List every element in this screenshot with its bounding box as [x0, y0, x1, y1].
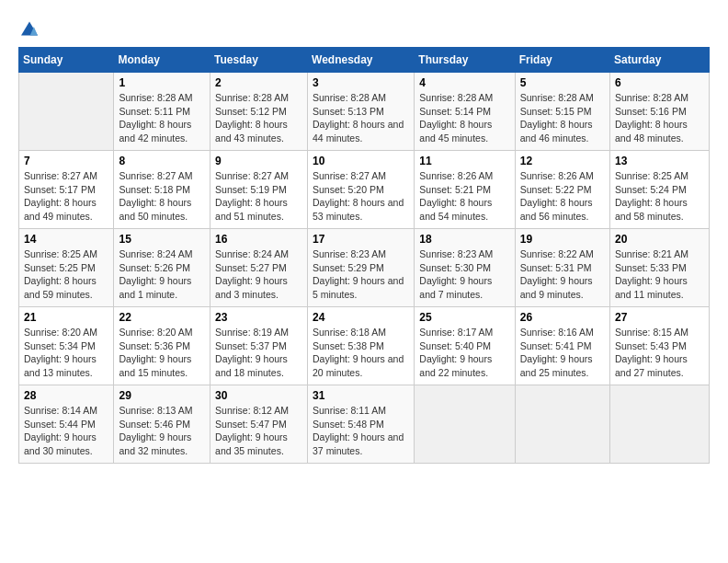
calendar-week-row: 1Sunrise: 8:28 AMSunset: 5:11 PMDaylight…	[19, 73, 710, 151]
sunset-text: Sunset: 5:33 PM	[615, 261, 704, 275]
daylight-text: Daylight: 8 hours and 53 minutes.	[313, 196, 409, 223]
daylight-text: Daylight: 9 hours and 9 minutes.	[520, 274, 605, 301]
sunrise-text: Sunrise: 8:28 AM	[615, 91, 704, 105]
calendar-cell: 8Sunrise: 8:27 AMSunset: 5:18 PMDaylight…	[114, 151, 210, 229]
calendar-week-row: 7Sunrise: 8:27 AMSunset: 5:17 PMDaylight…	[19, 151, 710, 229]
day-number: 2	[215, 76, 302, 89]
sunset-text: Sunset: 5:19 PM	[215, 183, 302, 197]
weekday-header-thursday: Thursday	[415, 48, 515, 73]
daylight-text: Daylight: 8 hours and 46 minutes.	[520, 118, 605, 144]
calendar-cell: 19Sunrise: 8:22 AMSunset: 5:31 PMDayligh…	[515, 229, 609, 307]
sunrise-text: Sunrise: 8:19 AM	[215, 326, 302, 339]
sunset-text: Sunset: 5:18 PM	[119, 183, 205, 197]
calendar-cell: 21Sunrise: 8:20 AMSunset: 5:34 PMDayligh…	[19, 307, 114, 385]
day-number: 24	[313, 311, 409, 324]
sunrise-text: Sunrise: 8:20 AM	[24, 326, 108, 339]
sunset-text: Sunset: 5:29 PM	[313, 261, 409, 275]
day-info: Sunrise: 8:22 AMSunset: 5:31 PMDaylight:…	[520, 247, 605, 302]
sunset-text: Sunset: 5:15 PM	[520, 105, 605, 119]
day-number: 20	[615, 233, 704, 246]
daylight-text: Daylight: 9 hours and 30 minutes.	[24, 431, 108, 457]
day-number: 14	[24, 233, 108, 246]
day-info: Sunrise: 8:23 AMSunset: 5:30 PMDaylight:…	[419, 247, 509, 302]
sunrise-text: Sunrise: 8:27 AM	[313, 169, 409, 183]
calendar-cell	[415, 385, 515, 464]
daylight-text: Daylight: 9 hours and 1 minute.	[119, 274, 205, 301]
day-number: 5	[520, 76, 605, 89]
day-number: 7	[24, 155, 108, 167]
sunrise-text: Sunrise: 8:28 AM	[215, 91, 302, 105]
calendar-week-row: 14Sunrise: 8:25 AMSunset: 5:25 PMDayligh…	[19, 229, 710, 307]
calendar-cell: 25Sunrise: 8:17 AMSunset: 5:40 PMDayligh…	[415, 307, 515, 385]
sunrise-text: Sunrise: 8:24 AM	[215, 247, 302, 261]
calendar-cell: 13Sunrise: 8:25 AMSunset: 5:24 PMDayligh…	[610, 151, 710, 229]
sunset-text: Sunset: 5:13 PM	[313, 105, 409, 119]
calendar-cell: 29Sunrise: 8:13 AMSunset: 5:46 PMDayligh…	[114, 385, 210, 464]
sunset-text: Sunset: 5:43 PM	[615, 339, 704, 353]
sunrise-text: Sunrise: 8:26 AM	[419, 169, 509, 183]
day-number: 15	[119, 233, 205, 246]
day-info: Sunrise: 8:12 AMSunset: 5:47 PMDaylight:…	[215, 404, 302, 458]
weekday-header-monday: Monday	[114, 48, 210, 73]
sunset-text: Sunset: 5:30 PM	[419, 261, 509, 275]
sunrise-text: Sunrise: 8:23 AM	[313, 247, 409, 261]
day-info: Sunrise: 8:28 AMSunset: 5:12 PMDaylight:…	[215, 91, 302, 145]
logo	[18, 18, 44, 38]
sunset-text: Sunset: 5:12 PM	[215, 105, 302, 119]
day-info: Sunrise: 8:28 AMSunset: 5:16 PMDaylight:…	[615, 91, 704, 145]
sunset-text: Sunset: 5:11 PM	[119, 105, 205, 119]
day-number: 29	[119, 389, 205, 402]
calendar-cell: 5Sunrise: 8:28 AMSunset: 5:15 PMDaylight…	[515, 73, 609, 151]
sunset-text: Sunset: 5:38 PM	[313, 339, 409, 353]
day-info: Sunrise: 8:27 AMSunset: 5:20 PMDaylight:…	[313, 169, 409, 224]
calendar-cell: 4Sunrise: 8:28 AMSunset: 5:14 PMDaylight…	[415, 73, 515, 151]
calendar-cell: 7Sunrise: 8:27 AMSunset: 5:17 PMDaylight…	[19, 151, 114, 229]
daylight-text: Daylight: 8 hours and 51 minutes.	[215, 196, 302, 223]
calendar-cell: 6Sunrise: 8:28 AMSunset: 5:16 PMDaylight…	[610, 73, 710, 151]
sunrise-text: Sunrise: 8:20 AM	[119, 326, 205, 339]
weekday-header-wednesday: Wednesday	[308, 48, 415, 73]
sunset-text: Sunset: 5:44 PM	[24, 418, 108, 431]
day-number: 4	[419, 76, 509, 89]
day-info: Sunrise: 8:27 AMSunset: 5:19 PMDaylight:…	[215, 169, 302, 224]
day-info: Sunrise: 8:25 AMSunset: 5:25 PMDaylight:…	[24, 247, 108, 302]
calendar-cell: 30Sunrise: 8:12 AMSunset: 5:47 PMDayligh…	[210, 385, 308, 464]
day-info: Sunrise: 8:13 AMSunset: 5:46 PMDaylight:…	[119, 404, 205, 458]
calendar-cell	[610, 385, 710, 464]
sunset-text: Sunset: 5:48 PM	[313, 418, 409, 431]
day-info: Sunrise: 8:16 AMSunset: 5:41 PMDaylight:…	[520, 326, 605, 380]
daylight-text: Daylight: 8 hours and 50 minutes.	[119, 196, 205, 223]
day-number: 22	[119, 311, 205, 324]
day-info: Sunrise: 8:25 AMSunset: 5:24 PMDaylight:…	[615, 169, 704, 224]
daylight-text: Daylight: 9 hours and 13 minutes.	[24, 352, 108, 379]
day-number: 6	[615, 76, 704, 89]
daylight-text: Daylight: 9 hours and 15 minutes.	[119, 352, 205, 379]
daylight-text: Daylight: 9 hours and 27 minutes.	[615, 352, 704, 379]
calendar-cell: 22Sunrise: 8:20 AMSunset: 5:36 PMDayligh…	[114, 307, 210, 385]
sunrise-text: Sunrise: 8:27 AM	[215, 169, 302, 183]
sunrise-text: Sunrise: 8:28 AM	[520, 91, 605, 105]
calendar-cell: 23Sunrise: 8:19 AMSunset: 5:37 PMDayligh…	[210, 307, 308, 385]
sunrise-text: Sunrise: 8:21 AM	[615, 247, 704, 261]
day-number: 17	[313, 233, 409, 246]
daylight-text: Daylight: 8 hours and 45 minutes.	[419, 118, 509, 144]
day-number: 30	[215, 389, 302, 402]
sunrise-text: Sunrise: 8:24 AM	[119, 247, 205, 261]
sunset-text: Sunset: 5:34 PM	[24, 339, 108, 353]
sunset-text: Sunset: 5:41 PM	[520, 339, 605, 353]
sunset-text: Sunset: 5:20 PM	[313, 183, 409, 197]
calendar-cell: 24Sunrise: 8:18 AMSunset: 5:38 PMDayligh…	[308, 307, 415, 385]
day-info: Sunrise: 8:19 AMSunset: 5:37 PMDaylight:…	[215, 326, 302, 380]
daylight-text: Daylight: 9 hours and 11 minutes.	[615, 274, 704, 301]
sunset-text: Sunset: 5:22 PM	[520, 183, 605, 197]
daylight-text: Daylight: 9 hours and 18 minutes.	[215, 352, 302, 379]
sunset-text: Sunset: 5:16 PM	[615, 105, 704, 119]
calendar-cell: 1Sunrise: 8:28 AMSunset: 5:11 PMDaylight…	[114, 73, 210, 151]
daylight-text: Daylight: 8 hours and 58 minutes.	[615, 196, 704, 223]
day-number: 8	[119, 155, 205, 167]
weekday-header-row: SundayMondayTuesdayWednesdayThursdayFrid…	[19, 48, 710, 73]
sunrise-text: Sunrise: 8:25 AM	[615, 169, 704, 183]
sunset-text: Sunset: 5:14 PM	[419, 105, 509, 119]
day-info: Sunrise: 8:20 AMSunset: 5:36 PMDaylight:…	[119, 326, 205, 380]
sunset-text: Sunset: 5:25 PM	[24, 261, 108, 275]
